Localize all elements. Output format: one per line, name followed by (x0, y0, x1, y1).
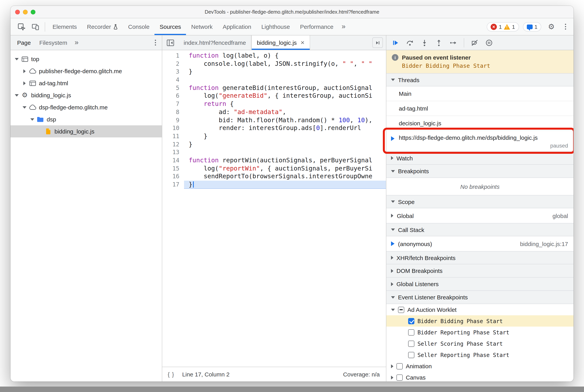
breakpoint-item-seller-reporting-phase-start[interactable]: Seller Reporting Phase Start (386, 349, 574, 360)
inspect-element-icon[interactable] (14, 18, 28, 35)
tab-application[interactable]: Application (218, 18, 256, 35)
call-stack-section-header[interactable]: Call Stack (386, 223, 574, 236)
line-number[interactable]: 13 (162, 148, 179, 156)
thread-item-https-dsp-fledge-demo-glitch-me-dsp-bidd[interactable]: https://dsp-fledge-demo.glitch.me/dsp/bi… (386, 131, 574, 152)
breakpoint-item-bidder-reporting-phase-start[interactable]: Bidder Reporting Phase Start (386, 326, 574, 338)
editor-overflow-icon[interactable] (372, 37, 383, 48)
window-titlebar: DevTools - publisher-fledge-demo.glitch.… (10, 6, 574, 18)
step-out-button[interactable] (435, 39, 443, 46)
expander-icon[interactable] (29, 118, 35, 120)
thread-item-main[interactable]: Main (386, 86, 574, 101)
window-minimize-button[interactable] (23, 10, 28, 14)
tree-item-publisher-fledge-demo-glitch-me[interactable]: publisher-fledge-demo.glitch.me (10, 65, 162, 77)
thread-item-decision-logic-js[interactable]: decision_logic.js (386, 116, 574, 131)
checkbox-checked[interactable] (408, 318, 414, 324)
navigator-menu-icon[interactable] (151, 40, 159, 46)
line-number[interactable]: 4 (162, 76, 179, 84)
line-number[interactable]: 17 (162, 180, 179, 188)
line-number[interactable]: 11 (162, 132, 179, 140)
breakpoints-section-header[interactable]: Breakpoints (386, 165, 574, 178)
tree-item-ad-tag-html[interactable]: ad-tag.html (10, 77, 162, 89)
code-editor[interactable]: 1234567891011121314151617 function log(l… (162, 50, 386, 367)
expander-icon[interactable] (13, 94, 20, 96)
more-panels-icon[interactable]: » (339, 22, 349, 31)
line-number[interactable]: 6 (162, 92, 179, 100)
customize-devtools-icon[interactable] (561, 24, 570, 30)
pretty-print-icon[interactable]: { } (168, 371, 174, 378)
breakpoint-group-animation[interactable]: Animation (386, 360, 574, 372)
call-stack-frame[interactable]: (anonymous) bidding_logic.js:17 (386, 236, 574, 251)
tree-item-bidding-logic-js[interactable]: ⚙bidding_logic.js (10, 89, 162, 101)
expander-icon[interactable] (13, 58, 20, 60)
step-into-button[interactable] (421, 39, 428, 46)
pause-on-exceptions-button[interactable] (485, 39, 493, 46)
tab-lighthouse[interactable]: Lighthouse (256, 18, 295, 35)
breakpoint-group-ad-auction-worklet[interactable]: Ad Auction Worklet (386, 304, 574, 315)
global-listeners-section-header[interactable]: Global Listeners (386, 278, 574, 291)
expander-icon[interactable] (21, 81, 28, 85)
line-number-gutter[interactable]: 1234567891011121314151617 (162, 52, 184, 367)
navigator-tab-filesystem[interactable]: Filesystem (35, 39, 71, 46)
hide-navigator-icon[interactable] (162, 36, 179, 50)
console-summary-badge[interactable]: × 1 ! 1 (487, 22, 519, 31)
line-number[interactable]: 3 (162, 68, 179, 76)
threads-section-header[interactable]: Threads (386, 73, 574, 86)
scope-global-row[interactable]: Global global (386, 208, 574, 223)
step-over-button[interactable] (406, 39, 414, 46)
checkbox-unchecked[interactable] (408, 352, 414, 358)
event-listener-breakpoints-section-header[interactable]: Event Listener Breakpoints (386, 291, 574, 304)
scope-section-header[interactable]: Scope (386, 195, 574, 208)
checkbox-unchecked[interactable] (408, 329, 414, 335)
device-toolbar-icon[interactable] (28, 18, 42, 35)
line-number[interactable]: 9 (162, 116, 179, 124)
breakpoint-item-bidder-bidding-phase-start[interactable]: Bidder Bidding Phase Start (386, 315, 574, 326)
window-close-button[interactable] (15, 10, 20, 14)
tree-item-bidding-logic-js[interactable]: bidding_logic.js (10, 125, 162, 138)
checkbox-unchecked[interactable] (408, 340, 414, 347)
issues-badge[interactable]: 1 (523, 22, 542, 31)
settings-gear-icon[interactable]: ⚙ (545, 18, 557, 35)
line-number[interactable]: 8 (162, 108, 179, 116)
line-number[interactable]: 2 (162, 60, 179, 68)
resume-script-button[interactable] (391, 39, 399, 46)
code-lines[interactable]: function log(label, o) { console.log(lab… (184, 52, 386, 367)
tab-sources[interactable]: Sources (155, 18, 186, 35)
window-zoom-button[interactable] (31, 10, 35, 14)
line-number[interactable]: 5 (162, 84, 179, 92)
checkbox-unchecked[interactable] (397, 363, 403, 369)
info-icon: i (392, 54, 398, 61)
breakpoint-item-seller-scoring-phase-start[interactable]: Seller Scoring Phase Start (386, 338, 574, 349)
line-number[interactable]: 7 (162, 100, 179, 108)
thread-item-ad-tag-html[interactable]: ad-tag.html (386, 101, 574, 116)
devtools-body: PageFilesystem » toppublisher-fledge-dem… (10, 36, 574, 382)
editor-tab-index-html-fencedframe[interactable]: index.html?fencedframe (179, 36, 251, 50)
tree-item-dsp[interactable]: dsp (10, 113, 162, 125)
line-number[interactable]: 10 (162, 124, 179, 132)
close-tab-icon[interactable]: × (301, 39, 304, 46)
watch-section-header[interactable]: Watch (386, 152, 574, 165)
tab-network[interactable]: Network (186, 18, 218, 35)
checkbox-indeterminate[interactable] (398, 306, 404, 313)
expander-icon[interactable] (21, 69, 28, 73)
tree-item-dsp-fledge-demo-glitch-me[interactable]: dsp-fledge-demo.glitch.me (10, 101, 162, 113)
tab-elements[interactable]: Elements (47, 18, 82, 35)
expander-icon[interactable] (21, 106, 28, 108)
breakpoint-group-canvas[interactable]: Canvas (386, 372, 574, 382)
more-navigator-tabs-icon[interactable]: » (71, 38, 81, 47)
deactivate-breakpoints-button[interactable] (471, 39, 479, 46)
tab-recorder[interactable]: Recorder (82, 18, 123, 35)
dom-breakpoints-section-header[interactable]: DOM Breakpoints (386, 264, 574, 278)
tab-performance[interactable]: Performance (295, 18, 339, 35)
tab-console[interactable]: Console (123, 18, 154, 35)
line-number[interactable]: 15 (162, 164, 179, 172)
editor-tab-bidding-logic-js[interactable]: bidding_logic.js× (251, 36, 310, 50)
line-number[interactable]: 12 (162, 140, 179, 148)
xhr-breakpoints-section-header[interactable]: XHR/fetch Breakpoints (386, 251, 574, 264)
line-number[interactable]: 16 (162, 173, 179, 180)
checkbox-unchecked[interactable] (397, 374, 403, 380)
line-number[interactable]: 1 (162, 52, 179, 60)
step-button[interactable] (449, 39, 457, 46)
tree-item-top[interactable]: top (10, 53, 162, 65)
navigator-tab-page[interactable]: Page (13, 39, 35, 46)
line-number[interactable]: 14 (162, 156, 179, 164)
